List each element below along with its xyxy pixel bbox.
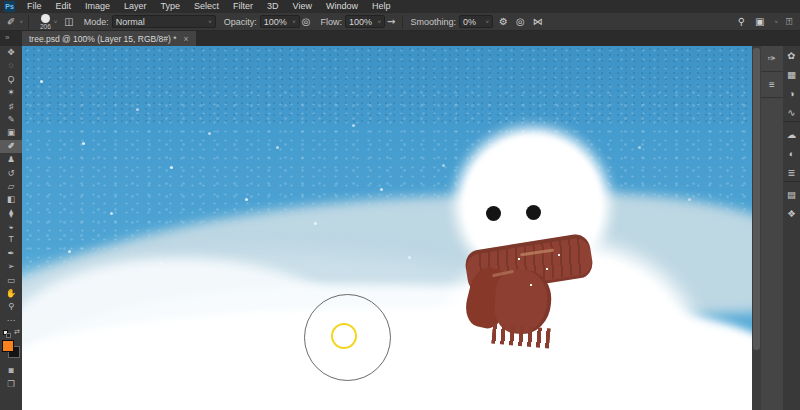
gradients-panel-button[interactable]: ◑ — [783, 84, 800, 103]
painting-snowflakes — [40, 80, 43, 83]
document-tab-title: tree.psd @ 100% (Layer 15, RGB/8#) * — [29, 34, 177, 44]
panel-dock-icons: ✿▦◑∿☁◐≣▤❖ — [783, 46, 800, 410]
path-selection-tool[interactable]: ➢ — [0, 260, 22, 273]
flow-value: 100% — [349, 17, 372, 27]
brush-tip-preview-icon — [41, 14, 50, 23]
snowman-right-eye — [526, 205, 541, 220]
opacity-select[interactable]: 100% ˅ — [260, 15, 300, 28]
eraser-tool[interactable]: ▱ — [0, 180, 22, 193]
clone-stamp-tool[interactable]: ♟ — [0, 153, 22, 166]
default-colors-bg-icon — [6, 333, 11, 338]
smoothing-options-gear-icon[interactable]: ⚙ — [497, 13, 510, 31]
chevron-down-icon: ˅ — [378, 19, 382, 25]
object-selection-tool[interactable]: ✶ — [0, 86, 22, 99]
brush-picker-chevron-icon[interactable]: ˅ — [54, 19, 58, 25]
document-canvas[interactable] — [22, 46, 752, 410]
properties-panel-button[interactable]: ▤ — [783, 185, 800, 204]
swatches-panel-button[interactable]: ▦ — [783, 65, 800, 84]
patterns-panel-button[interactable]: ∿ — [783, 103, 800, 122]
menu-layer[interactable]: Layer — [117, 0, 154, 13]
layers-panel-button[interactable]: ❖ — [783, 204, 800, 223]
screen-mode-button[interactable]: ❐ — [0, 378, 22, 391]
menu-help[interactable]: Help — [365, 0, 398, 13]
scarf-snow-flecks — [518, 258, 520, 260]
airbrush-icon[interactable]: ⇝ — [385, 13, 397, 31]
brush-settings-panel-button[interactable]: ✑ — [761, 46, 783, 72]
paint-symmetry-icon[interactable]: ⋈ — [531, 13, 545, 31]
dodge-tool[interactable]: ◒ — [0, 220, 22, 233]
opacity-pressure-icon[interactable]: ◎ — [300, 13, 313, 31]
crop-tool[interactable]: ♯ — [0, 100, 22, 113]
default-and-swap-colors[interactable]: ⇄ — [2, 328, 20, 338]
brush-tool[interactable]: ✐ — [0, 140, 22, 153]
blend-mode-select[interactable]: Normal ˅ — [112, 15, 216, 28]
divider — [402, 15, 403, 29]
opacity-label: Opacity: — [224, 17, 257, 27]
shape-tool[interactable]: ▭ — [0, 274, 22, 287]
swap-colors-icon[interactable]: ⇄ — [14, 328, 20, 336]
canvas-vertical-scrollbar[interactable] — [752, 46, 761, 410]
type-tool[interactable]: T — [0, 233, 22, 246]
color-wells — [2, 340, 20, 358]
document-tab[interactable]: tree.psd @ 100% (Layer 15, RGB/8#) * × — [22, 31, 196, 46]
foreground-color-swatch[interactable] — [2, 340, 14, 352]
photoshop-logo-icon: Ps — [4, 1, 15, 12]
flow-select[interactable]: 100% ˅ — [345, 15, 385, 28]
blur-tool[interactable]: ⧫ — [0, 207, 22, 220]
menu-view[interactable]: View — [286, 0, 319, 13]
brush-cursor-inner-ring — [331, 323, 357, 349]
menu-image[interactable]: Image — [78, 0, 117, 13]
smoothing-label: Smoothing: — [410, 17, 456, 27]
brush-preset-picker[interactable]: 206 — [40, 13, 51, 30]
brush-size-value: 206 — [40, 23, 51, 30]
menu-window[interactable]: Window — [319, 0, 365, 13]
toggle-brush-settings-icon[interactable]: ◫ — [62, 13, 75, 31]
snowman-left-eye — [486, 206, 501, 221]
frame-tool[interactable]: ▣ — [0, 126, 22, 139]
blend-mode-value: Normal — [116, 17, 145, 27]
search-icon[interactable]: ⚲ — [736, 13, 747, 31]
move-tool[interactable]: ✥ — [0, 46, 22, 59]
chevron-down-icon: ˅ — [485, 19, 489, 25]
brushes-panel-button[interactable]: ☁ — [783, 125, 800, 144]
options-bar: ✐ ˅ 206 ˅ ◫ Mode: Normal ˅ Opacity: 100%… — [0, 13, 800, 31]
brush-tool-preset-icon[interactable]: ✐ — [5, 13, 17, 31]
workspace-switcher-icon[interactable]: ▣ — [753, 13, 766, 31]
share-icon[interactable]: ⍐ — [784, 13, 794, 31]
adjustments-panel-button[interactable]: ◐ — [783, 144, 800, 163]
brush-pressure-icon[interactable]: ◎ — [514, 13, 527, 31]
menu-items: FileEditImageLayerTypeSelectFilter3DView… — [20, 0, 398, 13]
history-brush-tool[interactable]: ↺ — [0, 167, 22, 180]
color-panel-button[interactable]: ✿ — [783, 46, 800, 65]
zoom-tool[interactable]: ⚲ — [0, 300, 22, 313]
hand-tool[interactable]: ✋ — [0, 287, 22, 300]
chevron-down-icon: ˅ — [292, 19, 296, 25]
lasso-tool[interactable]: Ϙ — [0, 73, 22, 86]
quick-mask-button[interactable]: ◙ — [0, 364, 22, 377]
smoothing-select[interactable]: 0% ˅ — [459, 15, 493, 28]
panel-dock-narrow: ✑≡ — [761, 46, 783, 410]
marquee-tool[interactable]: ◌ — [0, 59, 22, 72]
menu-file[interactable]: File — [20, 0, 49, 13]
close-icon[interactable]: × — [184, 34, 189, 44]
workspace-chevron-icon[interactable]: ˅ — [774, 19, 778, 25]
menu-edit[interactable]: Edit — [49, 0, 79, 13]
document-tab-bar: » tree.psd @ 100% (Layer 15, RGB/8#) * × — [0, 31, 800, 46]
tool-options-panel-button[interactable]: ≡ — [761, 72, 783, 98]
mode-label: Mode: — [84, 17, 109, 27]
edit-toolbar-button[interactable]: ⋯ — [0, 314, 22, 327]
menu-filter[interactable]: Filter — [226, 0, 260, 13]
opacity-value: 100% — [264, 17, 287, 27]
libraries-panel-button[interactable]: ≣ — [783, 163, 800, 182]
smoothing-value: 0% — [463, 17, 476, 27]
menu-type[interactable]: Type — [154, 0, 188, 13]
eyedropper-tool[interactable]: ✎ — [0, 113, 22, 126]
gradient-tool[interactable]: ◧ — [0, 193, 22, 206]
flow-label: Flow: — [321, 17, 343, 27]
scrollbar-thumb[interactable] — [753, 48, 760, 350]
menu-3d[interactable]: 3D — [260, 0, 286, 13]
pen-tool[interactable]: ✒ — [0, 247, 22, 260]
tool-preset-chevron-icon[interactable]: ˅ — [19, 19, 23, 25]
menu-select[interactable]: Select — [187, 0, 226, 13]
toolbar-overflow-icon[interactable]: » — [5, 33, 9, 42]
